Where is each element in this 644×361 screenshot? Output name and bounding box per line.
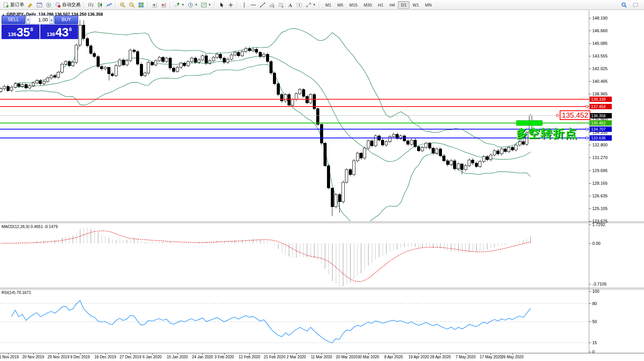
search-button[interactable] <box>619 1 629 9</box>
timeframe-mn-button[interactable]: MN <box>422 1 435 9</box>
level-line-135.452[interactable] <box>0 123 589 123</box>
zoom-out-icon <box>129 2 135 8</box>
timeframe-h4-button[interactable]: H4 <box>386 1 398 9</box>
text-button[interactable]: A <box>286 1 295 9</box>
candle <box>191 58 193 62</box>
candle <box>118 60 121 66</box>
line-handle[interactable] <box>586 137 588 139</box>
candle <box>115 66 117 75</box>
svg-text:E: E <box>273 5 274 8</box>
candlestick-chart-button[interactable] <box>95 1 105 9</box>
chart-window-button[interactable] <box>35 1 44 9</box>
price-tag-label[interactable]: 135.452 <box>560 110 590 120</box>
arrows-button[interactable]: ▼ <box>304 1 317 9</box>
text-label-button[interactable]: T <box>295 1 304 9</box>
chart-shift-button[interactable] <box>159 1 168 9</box>
periods-button[interactable]: ▼ <box>186 1 199 9</box>
zoom-out-button[interactable] <box>127 1 136 9</box>
level-line-137.454[interactable] <box>0 106 589 107</box>
hammer-button[interactable] <box>26 1 35 9</box>
fibonacci-button[interactable]: F <box>276 1 286 9</box>
zoom-in-button[interactable] <box>118 1 127 9</box>
volume-input[interactable] <box>30 16 49 24</box>
candle <box>443 156 445 161</box>
turning-point-annotation[interactable]: 多空转折点 <box>516 126 577 141</box>
autotrading-icon <box>55 2 61 8</box>
line-handle[interactable] <box>586 105 588 108</box>
buy-price-big: 43 <box>55 27 68 38</box>
candle <box>299 90 301 94</box>
rsi-axis-tick: 80 <box>592 301 597 306</box>
cursor-button[interactable] <box>217 1 226 9</box>
volume-increase-button[interactable]: ▲ <box>49 16 54 24</box>
indicators-button[interactable]: ▼ <box>172 1 186 9</box>
candle <box>201 56 204 60</box>
timeframe-m1-button[interactable]: M1 <box>322 1 334 9</box>
candle <box>255 49 258 53</box>
rsi-chart-canvas[interactable] <box>0 289 589 353</box>
vertical-line-button[interactable] <box>240 1 249 9</box>
toolbar-separator <box>318 1 321 9</box>
candle <box>320 124 323 143</box>
candle <box>241 52 243 56</box>
timeframe-w1-button[interactable]: W1 <box>409 1 422 9</box>
volume-decrease-button[interactable]: ▼ <box>26 16 30 24</box>
sell-price[interactable]: 136 35 8 <box>2 25 39 39</box>
trendline-button[interactable] <box>258 1 267 9</box>
highlight-rectangle[interactable] <box>516 120 542 126</box>
candle <box>7 86 9 90</box>
candle <box>75 45 78 62</box>
line-handle[interactable] <box>586 128 588 130</box>
timeframe-d1-button[interactable]: D1 <box>398 1 409 9</box>
rsi-axis-tick: 15 <box>592 340 597 345</box>
timeframe-h1-button[interactable]: H1 <box>375 1 386 9</box>
candle <box>284 95 287 101</box>
candle <box>518 142 521 145</box>
crosshair-button[interactable] <box>226 1 235 9</box>
chat-icon <box>632 2 639 8</box>
date-axis-border <box>0 353 644 353</box>
candle <box>486 156 489 160</box>
level-line-134.707[interactable] <box>0 129 589 130</box>
templates-button[interactable]: ▼ <box>199 1 213 9</box>
price-chart-canvas[interactable] <box>0 10 589 221</box>
tile-windows-button[interactable] <box>136 1 146 9</box>
candle <box>216 54 219 57</box>
timeframe-m15-button[interactable]: M15 <box>346 1 360 9</box>
candle <box>198 60 200 62</box>
new-order-icon <box>3 2 9 8</box>
level-line-136.358[interactable] <box>0 115 589 116</box>
buy-button[interactable]: BUY <box>54 15 78 24</box>
chart-shift-icon <box>161 2 167 8</box>
autotrading-button[interactable]: 自动交易 <box>53 1 82 9</box>
level-line-138.339[interactable] <box>0 99 589 100</box>
price-axis-border <box>589 10 589 353</box>
new-order-button[interactable]: 新订单 <box>2 1 26 9</box>
candle <box>302 90 305 96</box>
level-line-133.636[interactable] <box>0 138 589 138</box>
date-label: 11 Mar 2020 <box>311 355 332 359</box>
line-chart-button[interactable] <box>105 1 114 9</box>
horizontal-line-button[interactable] <box>249 1 258 9</box>
candle <box>219 54 222 58</box>
candle <box>10 87 13 90</box>
chat-button[interactable] <box>631 1 640 9</box>
timeframe-m30-button[interactable]: M30 <box>361 1 375 9</box>
price-tick: 148.190 <box>592 16 608 20</box>
auto-scroll-button[interactable] <box>150 1 159 9</box>
text-icon: A <box>287 2 293 8</box>
price-tick: 145.085 <box>592 41 608 46</box>
sell-button[interactable]: SELL <box>2 15 25 24</box>
candle <box>97 57 99 67</box>
signal-button[interactable] <box>44 1 53 9</box>
candle <box>0 89 2 92</box>
price-tag-handle[interactable] <box>556 114 559 117</box>
buy-price[interactable]: 136 43 6 <box>40 25 78 39</box>
bar-chart-button[interactable] <box>86 1 95 9</box>
candle <box>234 53 237 55</box>
equidistant-channel-button[interactable]: E <box>267 1 276 9</box>
timeframe-m5-button[interactable]: M5 <box>334 1 346 9</box>
macd-chart-canvas[interactable] <box>0 223 589 288</box>
chevron-down-icon: ▼ <box>195 3 198 7</box>
candle <box>363 148 366 158</box>
